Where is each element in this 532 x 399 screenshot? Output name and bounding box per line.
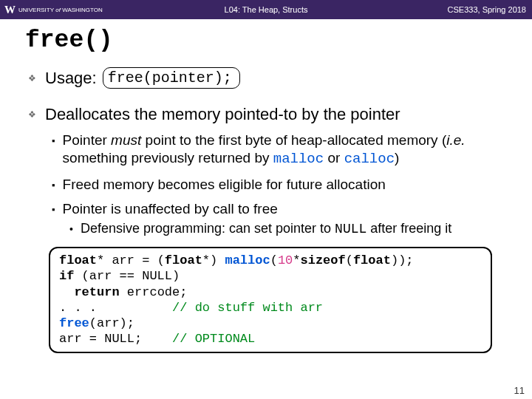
- slide-header: W UNIVERSITY of WASHINGTON L04: The Heap…: [0, 0, 532, 19]
- page-title: free(): [25, 27, 507, 54]
- sub-bullet-1: ▪ Pointer must point to the first byte o…: [52, 132, 507, 168]
- dot-bullet-text: Defensive programming: can set pointer t…: [81, 221, 451, 236]
- sub-bullet-1-text: Pointer must point to the first byte of …: [63, 132, 507, 168]
- dot-bullet-icon: •: [69, 223, 73, 235]
- university-label: UNIVERSITY of WASHINGTON: [18, 7, 103, 13]
- page-number: 11: [514, 385, 525, 396]
- sub-bullet-3-text: Pointer is unaffected by call to free: [63, 200, 507, 218]
- usage-label: Usage:: [45, 69, 97, 88]
- dealloc-row: ❖ Deallocates the memory pointed-to by t…: [28, 105, 507, 124]
- usage-code-pill: free(pointer);: [103, 67, 240, 89]
- sub-bullet-3: ▪ Pointer is unaffected by call to free: [52, 200, 507, 218]
- usage-row: ❖ Usage: free(pointer);: [28, 67, 507, 89]
- sub-bullet-2: ▪ Freed memory becomes eligible for futu…: [52, 176, 507, 194]
- dot-bullet-row: • Defensive programming: can set pointer…: [69, 221, 507, 236]
- course-label: CSE333, Spring 2018: [448, 5, 526, 14]
- square-bullet-icon: ▪: [52, 204, 55, 216]
- uw-logo-block: W UNIVERSITY of WASHINGTON: [0, 4, 103, 16]
- code-example-block: float* arr = (float*) malloc(10*sizeof(f…: [49, 247, 492, 353]
- diamond-bullet-icon: ❖: [28, 73, 36, 83]
- slide-content: free() ❖ Usage: free(pointer); ❖ Dealloc…: [0, 19, 532, 353]
- lecture-title: L04: The Heap, Structs: [225, 5, 308, 14]
- w-logo-icon: W: [4, 4, 16, 16]
- diamond-bullet-icon: ❖: [28, 109, 36, 120]
- dealloc-text: Deallocates the memory pointed-to by the…: [45, 105, 400, 124]
- square-bullet-icon: ▪: [52, 180, 55, 191]
- square-bullet-icon: ▪: [52, 135, 55, 147]
- sub-bullet-2-text: Freed memory becomes eligible for future…: [63, 176, 507, 194]
- sub-bullet-list: ▪ Pointer must point to the first byte o…: [52, 132, 507, 236]
